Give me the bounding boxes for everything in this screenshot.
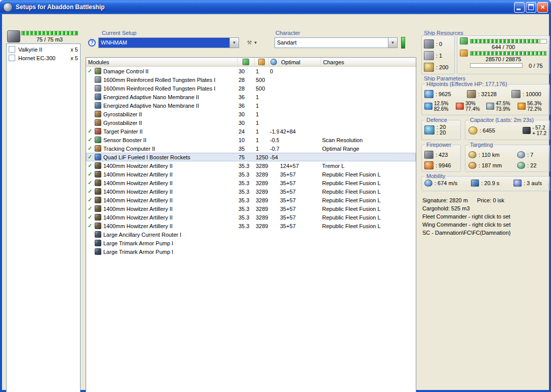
module-row[interactable]: Gyrostabilizer II301 — [86, 118, 416, 127]
drone-list-item[interactable]: Valkyrie IIx 5 — [7, 45, 80, 54]
active-check-icon: ✓ — [88, 162, 95, 169]
close-button[interactable]: ✕ — [537, 2, 548, 13]
window-title: Setups for Abaddon Battleship — [16, 4, 513, 11]
drone-qty: x 5 — [70, 55, 78, 61]
active-check-icon: ✓ — [88, 145, 95, 152]
capacitor-peak: - 57.2 — [532, 125, 546, 130]
module-row[interactable]: Energized Adaptive Nano Membrane II361 — [86, 93, 416, 101]
cpu-usage-column-header[interactable] — [238, 58, 255, 66]
module-name-cell: ✓1400mm Howitzer Artillery II — [86, 214, 238, 221]
setup-select[interactable]: WNHMAM ▼ — [98, 37, 239, 48]
minimize-icon — [517, 9, 521, 10]
modules-column-header[interactable]: Modules — [86, 58, 238, 66]
powergrid-usage-column-header[interactable] — [255, 58, 269, 66]
chevron-down-icon[interactable]: ▼ — [388, 38, 397, 48]
module-row[interactable]: ✓Quad LiF Fueled I Booster Rockets751250… — [86, 153, 416, 161]
setup-tools-button[interactable]: ⚒ ▼ — [244, 37, 260, 48]
module-cpu: 28 — [238, 85, 255, 92]
module-row[interactable]: ✓1400mm Howitzer Artillery II35.3328935+… — [86, 222, 416, 230]
module-row[interactable]: 1600mm Reinforced Rolled Tungsten Plates… — [86, 75, 416, 84]
module-powergrid: 1 — [255, 146, 269, 152]
drone-bandwidth-bar — [470, 63, 523, 68]
module-cpu: 28 — [238, 77, 255, 83]
wing-commander-text[interactable]: Wing Commander - right click to set — [422, 222, 510, 228]
scan-resolution-value: : 187 mm — [479, 162, 502, 168]
drone-bay-list[interactable]: Valkyrie IIx 5Hornet EC-300x 5 — [6, 43, 81, 392]
max-targets-value: : 7 — [527, 152, 533, 158]
module-powergrid: 1 — [255, 103, 269, 109]
module-cpu: 35.3 — [238, 163, 255, 169]
module-optimal: 35+57 — [279, 180, 321, 186]
align-time-icon — [471, 180, 479, 187]
powergrid-bar-fill — [470, 52, 546, 55]
module-powergrid: 1 — [255, 137, 269, 143]
module-icon — [95, 171, 101, 178]
module-cap-use: -0.5 — [269, 137, 279, 143]
module-cpu: 35.3 — [238, 180, 255, 186]
module-name: Large Ancillary Current Router I — [103, 232, 181, 238]
active-check-icon: ✓ — [88, 68, 95, 74]
module-name-cell: ✓Damage Control II — [86, 68, 238, 74]
module-powergrid: 1 — [255, 120, 269, 126]
module-icon — [95, 231, 101, 238]
module-name-cell: ✓1400mm Howitzer Artillery II — [86, 171, 238, 178]
module-row[interactable]: Large Trimark Armor Pump I — [86, 239, 416, 247]
drone-checkbox[interactable] — [9, 46, 15, 53]
module-powergrid: 3289 — [255, 223, 269, 229]
module-row[interactable]: Energized Adaptive Nano Membrane II361 — [86, 101, 416, 110]
module-powergrid: 500 — [255, 77, 269, 83]
chevron-down-icon[interactable]: ▼ — [229, 38, 239, 48]
module-row[interactable]: ✓Sensor Booster II101-0.5Scan Resolution — [86, 136, 416, 144]
mobility-label: Mobility — [425, 173, 447, 179]
module-row[interactable]: ✓Damage Control II3010 — [86, 67, 416, 75]
module-cap-use: -0.7 — [269, 146, 279, 152]
module-name: 1400mm Howitzer Artillery II — [103, 180, 173, 186]
module-name: 1400mm Howitzer Artillery II — [103, 214, 173, 221]
module-row[interactable]: 1600mm Reinforced Rolled Tungsten Plates… — [86, 84, 416, 93]
active-check-icon: ✓ — [88, 137, 95, 143]
module-name: Gyrostabilizer II — [103, 111, 142, 117]
module-icon — [95, 94, 101, 100]
module-row[interactable]: ✓1400mm Howitzer Artillery II35.3328935+… — [86, 204, 416, 213]
module-name: 1400mm Howitzer Artillery II — [103, 197, 173, 203]
minimize-button[interactable] — [514, 2, 525, 13]
module-icon — [95, 128, 101, 135]
module-name: Quad LiF Fueled I Booster Rockets — [103, 154, 190, 160]
module-name-cell: ✓Sensor Booster II — [86, 137, 238, 143]
module-cap-use: -54 — [269, 154, 279, 160]
drone-checkbox[interactable] — [9, 55, 15, 61]
module-row[interactable]: Gyrostabilizer II301 — [86, 110, 416, 118]
sensor-strength-value: : 22 — [527, 162, 536, 168]
module-name-cell: 1600mm Reinforced Rolled Tungsten Plates… — [86, 85, 238, 92]
turret-slots-value: : 0 — [436, 41, 442, 47]
drone-bandwidth-text: 0 / 75 — [529, 63, 543, 69]
fleet-commander-text[interactable]: Fleet Commander - right click to set — [422, 213, 510, 220]
warp-speed-icon — [514, 180, 522, 187]
module-cpu: 10 — [238, 137, 255, 143]
module-row[interactable]: ✓1400mm Howitzer Artillery II35.3328935+… — [86, 196, 416, 204]
module-row[interactable]: ✓1400mm Howitzer Artillery II35.3328935+… — [86, 187, 416, 196]
character-select[interactable]: Sandart ▼ — [274, 37, 398, 48]
help-icon[interactable]: ? — [88, 39, 96, 47]
drone-bay-capacity: 75 / 75 m3 — [21, 36, 78, 42]
module-charge: Republic Fleet Fusion L — [321, 171, 416, 178]
module-row[interactable]: ✓1400mm Howitzer Artillery II35.3328935+… — [86, 170, 416, 179]
module-row[interactable]: ✓1400mm Howitzer Artillery II35.3328935+… — [86, 213, 416, 222]
kinetic-shield-resist: 47.5% — [496, 101, 510, 106]
module-row[interactable]: ✓Target Painter II241-1.942+84 — [86, 127, 416, 136]
drone-list-item[interactable]: Hornet EC-300x 5 — [7, 54, 80, 62]
capacitor-usage-column-header[interactable] — [269, 58, 279, 66]
module-row[interactable]: Large Ancillary Current Router I — [86, 230, 416, 239]
module-row[interactable]: ✓1400mm Howitzer Artillery II35.3328935+… — [86, 179, 416, 187]
module-name: Energized Adaptive Nano Membrane II — [103, 94, 199, 100]
module-cpu: 75 — [238, 154, 255, 160]
module-row[interactable]: ✓Tracking Computer II351-0.7Optimal Rang… — [86, 144, 416, 153]
module-row[interactable]: Large Trimark Armor Pump I — [86, 247, 416, 256]
module-cpu: 36 — [238, 94, 255, 100]
maximize-button[interactable] — [526, 2, 536, 13]
optimal-column-header[interactable]: Optimal — [279, 58, 321, 66]
shield-hp-icon — [424, 90, 434, 98]
module-row[interactable]: ✓1400mm Howitzer Artillery II35.33289124… — [86, 161, 416, 170]
module-name: 1600mm Reinforced Rolled Tungsten Plates… — [103, 85, 215, 92]
charges-column-header[interactable]: Charges — [321, 58, 416, 66]
